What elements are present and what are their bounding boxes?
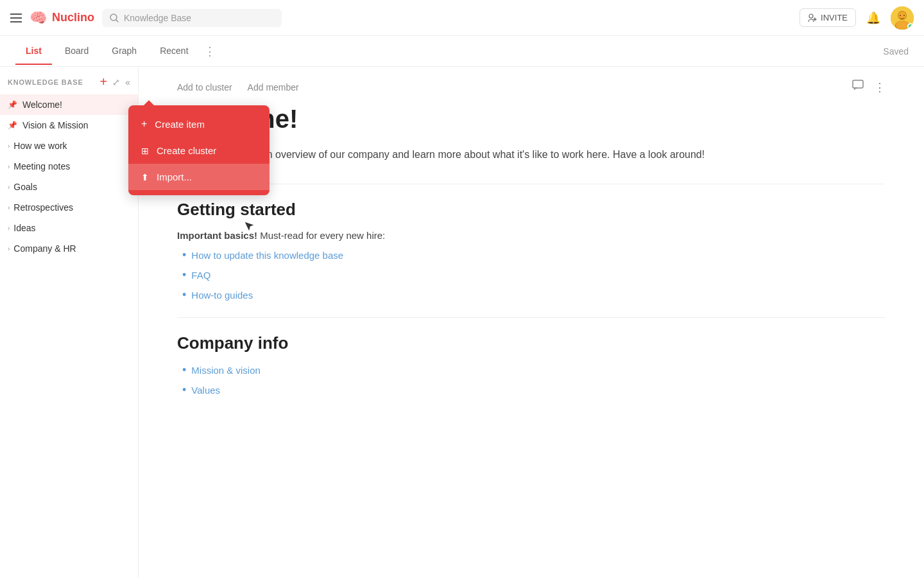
more-options-button[interactable]: ⋮: [874, 80, 886, 94]
collapse-icon[interactable]: «: [125, 77, 130, 87]
chevron-icon: ›: [8, 184, 10, 191]
topbar-right: INVITE 🔔: [800, 6, 914, 30]
comment-icon: [852, 80, 864, 91]
logo-icon: 🧠: [30, 10, 47, 26]
link-faq[interactable]: FAQ: [191, 270, 210, 281]
dropdown-create-item-label: Create item: [155, 119, 205, 130]
tabs-bar: List Board Graph Recent ⋮ Saved: [0, 36, 924, 67]
add-member-button[interactable]: Add member: [248, 82, 299, 92]
dropdown-create-cluster-label: Create cluster: [157, 145, 216, 156]
dropdown-import[interactable]: ⬆ Import...: [128, 164, 270, 190]
topbar: 🧠 Nuclino Knowledge Base INVITE 🔔: [0, 0, 924, 36]
user-avatar[interactable]: [891, 6, 914, 30]
tab-list[interactable]: List: [15, 38, 52, 65]
content-actions-right: ⋮: [852, 80, 886, 94]
logo: 🧠 Nuclino: [30, 10, 94, 26]
notification-bell[interactable]: 🔔: [866, 11, 880, 25]
tab-board[interactable]: Board: [55, 38, 99, 65]
sidebar-item-welcome[interactable]: 📌 Welcome!: [0, 94, 138, 115]
getting-started-links: How to update this knowledge base FAQ Ho…: [177, 249, 886, 302]
topbar-left: 🧠 Nuclino Knowledge Base: [10, 9, 282, 27]
comments-button[interactable]: [852, 80, 864, 94]
hamburger-button[interactable]: [10, 13, 22, 22]
tab-recent[interactable]: Recent: [150, 38, 198, 65]
svg-rect-12: [853, 80, 863, 88]
add-item-button[interactable]: +: [100, 74, 108, 89]
svg-point-11: [903, 15, 905, 16]
main-layout: KNOWLEDGE BASE + ⤢ « 📌 Welcome! 📌 Vision…: [0, 67, 924, 578]
content-actions-left: Add to cluster Add member: [177, 82, 299, 92]
page-title: Welcome!: [177, 105, 886, 134]
link-how-to-update[interactable]: How to update this knowledge base: [191, 250, 343, 261]
sidebar-title: KNOWLEDGE BASE: [8, 78, 83, 86]
svg-point-2: [809, 14, 813, 18]
list-item: Mission & vision: [182, 363, 886, 377]
search-placeholder: Knowledge Base: [124, 13, 191, 23]
dropdown-arrow: [144, 100, 154, 105]
link-mission-vision[interactable]: Mission & vision: [191, 365, 261, 376]
sidebar-header: KNOWLEDGE BASE + ⤢ «: [0, 67, 138, 94]
online-indicator: [907, 23, 914, 30]
sidebar-item-vision[interactable]: 📌 Vision & Mission: [0, 115, 138, 136]
dropdown-create-item[interactable]: + Create item: [128, 110, 270, 137]
invite-button[interactable]: INVITE: [800, 8, 856, 27]
company-info-links: Mission & vision Values: [177, 363, 886, 397]
basics-text: Important basics! Must-read for every ne…: [177, 230, 886, 241]
saved-indicator: Saved: [883, 46, 909, 57]
chevron-icon: ›: [8, 143, 10, 150]
basics-suffix: Must-read for every new hire:: [257, 230, 385, 241]
sidebar-item-ideas[interactable]: › Ideas: [0, 218, 138, 238]
divider: [177, 317, 886, 318]
invite-icon: [808, 13, 817, 22]
tab-graph[interactable]: Graph: [101, 38, 147, 65]
dropdown-import-label: Import...: [157, 171, 192, 182]
plus-icon: +: [141, 118, 147, 130]
sidebar-item-retrospectives[interactable]: › Retrospectives: [0, 197, 138, 218]
sidebar-item-how-we-work[interactable]: › How we work: [0, 136, 138, 156]
divider: [177, 184, 886, 184]
search-icon: [110, 13, 119, 22]
chevron-icon: ›: [8, 163, 10, 170]
section-title-company-info: Company info: [177, 333, 886, 353]
list-item: How-to guides: [182, 288, 886, 302]
logo-text: Nuclino: [52, 11, 94, 24]
add-to-cluster-button[interactable]: Add to cluster: [177, 82, 232, 92]
svg-line-1: [116, 20, 118, 22]
invite-label: INVITE: [821, 13, 848, 22]
sidebar: KNOWLEDGE BASE + ⤢ « 📌 Welcome! 📌 Vision…: [0, 67, 139, 578]
list-item: Values: [182, 383, 886, 397]
list-item: FAQ: [182, 268, 886, 282]
pin-icon: 📌: [8, 121, 17, 130]
expand-icon[interactable]: ⤢: [112, 77, 120, 87]
page-intro: Here, you can get an overview of our com…: [177, 146, 886, 163]
content-header: Add to cluster Add member ⋮: [177, 67, 886, 105]
section-title-getting-started: Getting started: [177, 200, 886, 220]
dropdown-create-cluster[interactable]: ⊞ Create cluster: [128, 137, 270, 164]
chevron-icon: ›: [8, 204, 10, 211]
chevron-icon: ›: [8, 225, 10, 232]
cluster-icon: ⊞: [141, 146, 149, 156]
list-item: How to update this knowledge base: [182, 249, 886, 262]
sidebar-item-company-hr[interactable]: › Company & HR: [0, 238, 138, 259]
tabs-more-button[interactable]: ⋮: [204, 44, 216, 58]
sidebar-item-meeting-notes[interactable]: › Meeting notes: [0, 156, 138, 177]
create-dropdown-menu: + Create item ⊞ Create cluster ⬆ Import.…: [128, 105, 270, 195]
basics-bold: Important basics!: [177, 230, 257, 241]
svg-point-8: [898, 12, 906, 19]
link-how-to-guides[interactable]: How-to guides: [191, 290, 253, 301]
sidebar-actions: + ⤢ «: [100, 74, 130, 89]
svg-point-9: [896, 21, 909, 30]
link-values[interactable]: Values: [191, 385, 220, 396]
sidebar-item-goals[interactable]: › Goals: [0, 177, 138, 197]
chevron-icon: ›: [8, 245, 10, 252]
import-icon: ⬆: [141, 172, 149, 182]
search-bar[interactable]: Knowledge Base: [102, 9, 282, 27]
svg-point-10: [900, 15, 901, 16]
pin-icon: 📌: [8, 100, 17, 109]
